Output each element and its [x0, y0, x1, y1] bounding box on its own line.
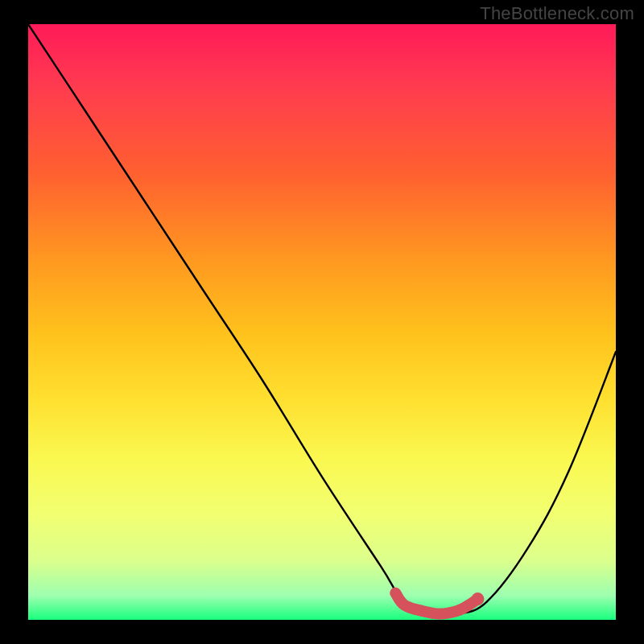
- attribution-text: TheBottleneck.com: [480, 3, 634, 24]
- bottleneck-curve-main: [28, 24, 616, 616]
- plot-area: [28, 24, 616, 620]
- optimal-range-highlight: [395, 593, 477, 614]
- optimal-marker-dot: [471, 592, 484, 605]
- bottleneck-curve-svg: [28, 24, 616, 620]
- chart-frame: TheBottleneck.com: [0, 0, 644, 644]
